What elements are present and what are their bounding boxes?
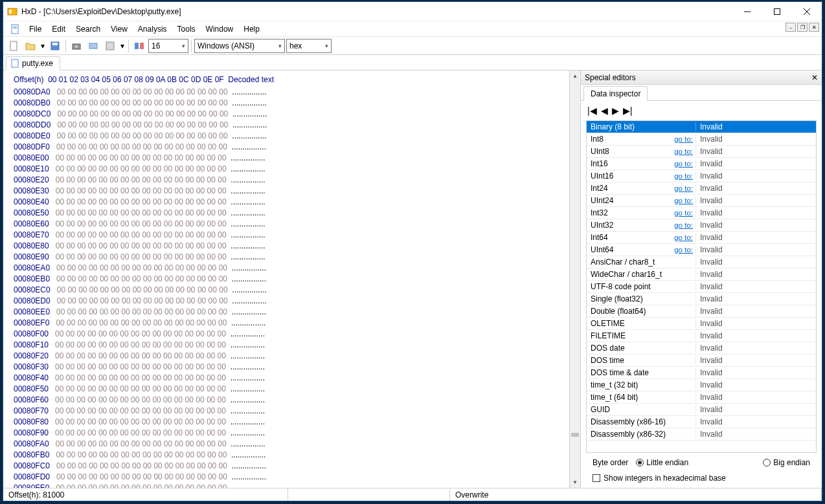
goto-link[interactable]: go to:: [674, 184, 693, 192]
goto-link[interactable]: go to:: [674, 160, 693, 168]
svg-rect-17: [140, 43, 144, 49]
svg-rect-1: [9, 10, 12, 14]
menubar: FileEditSearchViewAnalysisToolsWindowHel…: [3, 21, 822, 37]
data-inspector-tab[interactable]: Data inspector: [583, 86, 648, 101]
svg-rect-7: [13, 27, 17, 27]
svg-rect-16: [135, 43, 139, 49]
nav-prev-button[interactable]: ◀: [601, 105, 608, 116]
svg-rect-18: [12, 60, 18, 67]
bytes-per-row-input[interactable]: 16▾: [148, 39, 188, 53]
minimize-button[interactable]: [732, 2, 762, 21]
inspector-row[interactable]: UInt16go to:Invalid: [587, 170, 816, 182]
open-process-button[interactable]: [102, 38, 118, 54]
nav-last-button[interactable]: ▶|: [623, 105, 633, 116]
menu-file[interactable]: File: [24, 23, 47, 36]
open-file-button[interactable]: [23, 38, 38, 54]
vertical-scrollbar[interactable]: ▲▼: [569, 71, 580, 488]
mdi-restore-button[interactable]: ❐: [797, 23, 808, 32]
nav-next-button[interactable]: ▶: [612, 105, 619, 116]
close-button[interactable]: [792, 2, 822, 21]
svg-rect-15: [106, 42, 114, 50]
hex-editor[interactable]: Offset(h) 00 01 02 03 04 05 06 07 08 09 …: [3, 71, 580, 488]
window-title: HxD - [C:\Users\ExploitDev\Desktop\putty…: [21, 7, 732, 16]
inspector-row[interactable]: UInt8go to:Invalid: [587, 146, 816, 158]
menu-search[interactable]: Search: [71, 23, 106, 36]
inspector-row[interactable]: DOS dateInvalid: [587, 342, 816, 355]
inspector-row[interactable]: Disassembly (x86-16)Invalid: [587, 416, 816, 428]
menu-view[interactable]: View: [106, 23, 133, 36]
hex-body[interactable]: 00080DA0 00 00 00 00 00 00 00 00 00 00 0…: [3, 87, 580, 488]
charset-select[interactable]: Windows (ANSI)▾: [194, 39, 285, 53]
status-offset: Offset(h): 81000: [3, 488, 288, 501]
save-button[interactable]: [47, 38, 63, 54]
nav-first-button[interactable]: |◀: [587, 105, 597, 116]
goto-link[interactable]: go to:: [674, 246, 693, 254]
inspector-row[interactable]: GUIDInvalid: [587, 404, 816, 416]
inspector-table: Binary (8 bit)InvalidInt8go to:InvalidUI…: [586, 120, 817, 453]
inspector-row[interactable]: UInt64go to:Invalid: [587, 244, 816, 256]
toolbar-dropdown-arrow[interactable]: ▾: [119, 38, 126, 54]
inspector-row[interactable]: FILETIMEInvalid: [587, 330, 816, 342]
goto-link[interactable]: go to:: [674, 221, 693, 229]
inspector-row[interactable]: UInt32go to:Invalid: [587, 219, 816, 232]
menu-window[interactable]: Window: [201, 23, 239, 36]
file-icon: [10, 59, 19, 68]
goto-link[interactable]: go to:: [674, 197, 693, 204]
inspector-row[interactable]: Int64go to:Invalid: [587, 232, 816, 244]
inspector-row[interactable]: time_t (64 bit)Invalid: [587, 391, 816, 404]
hex-header: Offset(h) 00 01 02 03 04 05 06 07 08 09 …: [3, 71, 580, 87]
goto-link[interactable]: go to:: [674, 135, 693, 143]
show-hex-checkbox[interactable]: Show integers in hexadecimal base: [586, 471, 817, 488]
svg-rect-8: [13, 28, 17, 28]
special-editors-panel: Special editors ✕ Data inspector |◀ ◀ ▶ …: [580, 71, 822, 488]
inspector-row[interactable]: DOS time & dateInvalid: [587, 367, 816, 379]
inspector-row[interactable]: Disassembly (x86-32)Invalid: [587, 428, 816, 441]
maximize-button[interactable]: [762, 2, 792, 21]
svg-rect-6: [12, 25, 18, 34]
new-file-button[interactable]: [6, 38, 21, 54]
mdi-min-button[interactable]: –: [785, 23, 796, 32]
inspector-row[interactable]: Int24go to:Invalid: [587, 182, 816, 195]
inspector-row[interactable]: UInt24go to:Invalid: [587, 195, 816, 207]
big-endian-radio[interactable]: Big endian: [763, 458, 810, 467]
goto-link[interactable]: go to:: [674, 172, 693, 180]
inspector-row[interactable]: DOS timeInvalid: [587, 355, 816, 367]
document-tabs: putty.exe: [3, 55, 822, 71]
open-ram-button[interactable]: [85, 38, 101, 54]
main-window: HxD - [C:\Users\ExploitDev\Desktop\putty…: [3, 1, 822, 501]
inspector-row[interactable]: time_t (32 bit)Invalid: [587, 379, 816, 391]
toggle-offset-button[interactable]: [131, 38, 147, 54]
goto-link[interactable]: go to:: [674, 209, 693, 217]
svg-rect-9: [10, 41, 17, 50]
panel-title: Special editors ✕: [581, 71, 822, 85]
menu-tools[interactable]: Tools: [172, 23, 201, 36]
file-tab[interactable]: putty.exe: [6, 56, 60, 71]
mdi-close-button[interactable]: ✕: [809, 23, 819, 32]
inspector-row[interactable]: UTF-8 code pointInvalid: [587, 281, 816, 293]
goto-link[interactable]: go to:: [674, 148, 693, 155]
doc-icon: [10, 24, 20, 34]
inspector-row[interactable]: OLETIMEInvalid: [587, 318, 816, 330]
base-select[interactable]: hex▾: [286, 39, 332, 53]
svg-rect-11: [52, 43, 58, 45]
file-tab-label: putty.exe: [22, 59, 53, 68]
panel-close-button[interactable]: ✕: [811, 73, 818, 82]
inspector-nav: |◀ ◀ ▶ ▶|: [581, 101, 822, 120]
inspector-row[interactable]: Binary (8 bit)Invalid: [587, 121, 816, 133]
open-disk-button[interactable]: [69, 38, 84, 54]
inspector-row[interactable]: Int16go to:Invalid: [587, 158, 816, 170]
inspector-row[interactable]: Int8go to:Invalid: [587, 133, 816, 146]
inspector-row[interactable]: WideChar / char16_tInvalid: [587, 268, 816, 281]
mdi-buttons: – ❐ ✕: [785, 23, 819, 32]
save-dropdown-arrow[interactable]: ▾: [40, 38, 46, 54]
inspector-row[interactable]: Single (float32)Invalid: [587, 293, 816, 305]
little-endian-radio[interactable]: Little endian: [636, 458, 688, 467]
statusbar: Offset(h): 81000 Overwrite: [3, 488, 822, 501]
menu-analysis[interactable]: Analysis: [133, 23, 172, 36]
menu-help[interactable]: Help: [238, 23, 265, 36]
inspector-row[interactable]: Double (float64)Invalid: [587, 305, 816, 318]
inspector-row[interactable]: Int32go to:Invalid: [587, 207, 816, 219]
inspector-row[interactable]: AnsiChar / char8_tInvalid: [587, 256, 816, 268]
goto-link[interactable]: go to:: [674, 234, 693, 241]
menu-edit[interactable]: Edit: [47, 23, 71, 36]
